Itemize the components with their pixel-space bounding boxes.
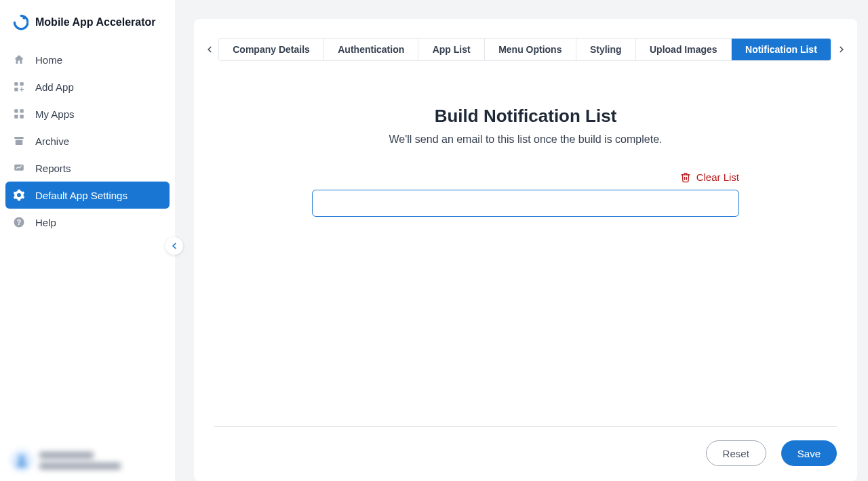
brand-logo-icon	[11, 14, 28, 31]
reports-icon	[12, 161, 26, 175]
clear-list-label: Clear List	[696, 171, 739, 183]
sidebar-item-label: Add App	[35, 81, 74, 93]
home-icon	[12, 53, 26, 66]
svg-rect-9	[16, 140, 23, 146]
reset-button[interactable]: Reset	[706, 440, 766, 466]
svg-rect-3	[14, 88, 18, 91]
svg-rect-4	[14, 109, 18, 112]
main: Company Details Authentication App List …	[175, 0, 868, 481]
save-button[interactable]: Save	[781, 440, 837, 466]
svg-rect-8	[14, 137, 24, 139]
sidebar-item-label: Help	[35, 217, 56, 228]
tab-notification-list[interactable]: Notification List	[732, 39, 831, 60]
sidebar-item-label: Reports	[35, 163, 71, 174]
sidebar-item-label: My Apps	[35, 108, 75, 120]
svg-rect-7	[20, 115, 24, 119]
notification-email-input[interactable]	[312, 190, 739, 217]
sidebar-item-default-app-settings[interactable]: Default App Settings	[5, 182, 170, 209]
tabs: Company Details Authentication App List …	[218, 38, 831, 61]
tabs-scroll-left[interactable]	[201, 41, 218, 58]
user-info	[39, 452, 121, 469]
svg-text:?: ?	[17, 218, 21, 226]
sidebar-item-help[interactable]: ? Help	[5, 209, 170, 236]
page-subtitle: We'll send an email to this list once th…	[389, 133, 663, 146]
gear-icon	[12, 188, 26, 202]
svg-point-0	[22, 16, 25, 19]
tabs-wrap: Company Details Authentication App List …	[201, 38, 850, 61]
sidebar-item-label: Home	[35, 54, 62, 66]
footer-actions: Reset Save	[214, 426, 837, 481]
brand: Mobile App Accelerator	[0, 0, 175, 46]
nav: Home Add App My Apps Archive	[0, 46, 175, 236]
apps-icon	[12, 107, 26, 121]
sidebar-item-label: Default App Settings	[35, 190, 127, 201]
sidebar-item-reports[interactable]: Reports	[5, 154, 170, 182]
sidebar-item-add-app[interactable]: Add App	[5, 73, 170, 100]
sidebar-collapse-button[interactable]	[165, 237, 183, 255]
tab-upload-images[interactable]: Upload Images	[636, 39, 732, 60]
svg-point-13	[19, 456, 24, 461]
tabs-scroll-right[interactable]	[833, 41, 850, 58]
tab-company-details[interactable]: Company Details	[219, 39, 324, 60]
help-icon: ?	[12, 215, 26, 229]
sidebar-item-home[interactable]: Home	[5, 46, 170, 73]
card: Company Details Authentication App List …	[194, 19, 857, 481]
user-area[interactable]	[0, 440, 175, 481]
svg-rect-2	[20, 82, 24, 85]
svg-rect-5	[20, 109, 24, 112]
page-title: Build Notification List	[435, 106, 617, 127]
archive-icon	[12, 134, 26, 148]
avatar	[11, 450, 33, 472]
tab-app-list[interactable]: App List	[418, 39, 484, 60]
sidebar: Mobile App Accelerator Home Add App My A…	[0, 0, 175, 481]
tab-menu-options[interactable]: Menu Options	[485, 39, 576, 60]
tab-styling[interactable]: Styling	[576, 39, 636, 60]
content: Build Notification List We'll send an em…	[194, 61, 857, 269]
sidebar-item-my-apps[interactable]: My Apps	[5, 100, 170, 127]
sidebar-item-label: Archive	[35, 135, 69, 147]
trash-icon	[680, 172, 691, 183]
svg-rect-6	[14, 115, 18, 119]
svg-rect-1	[14, 82, 18, 85]
add-app-icon	[12, 80, 26, 93]
clear-list-button[interactable]: Clear List	[680, 171, 739, 183]
tab-authentication[interactable]: Authentication	[324, 39, 418, 60]
brand-title: Mobile App Accelerator	[35, 16, 156, 28]
sidebar-item-archive[interactable]: Archive	[5, 127, 170, 154]
